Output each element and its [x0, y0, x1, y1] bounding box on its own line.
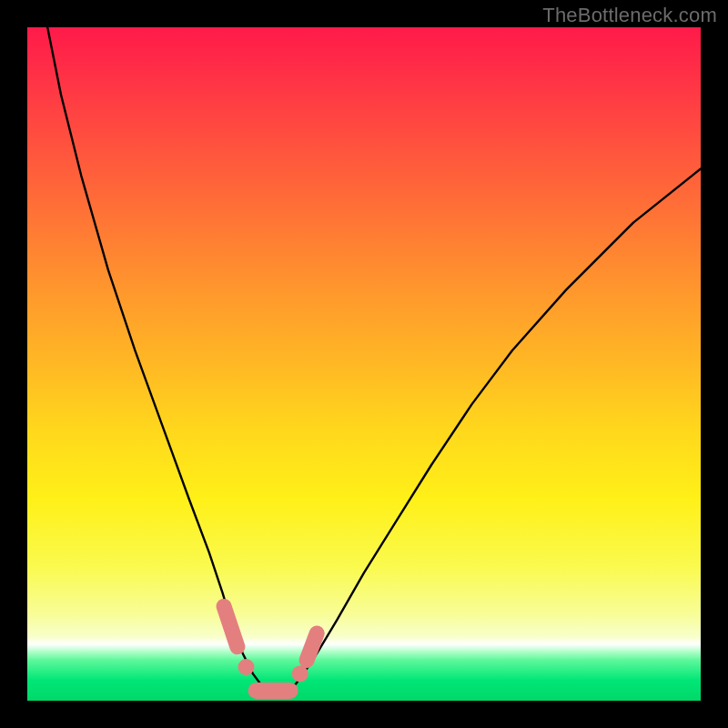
plot-area — [27, 27, 701, 701]
curve-marker — [292, 665, 308, 682]
curve-marker — [238, 659, 255, 675]
chart-frame: TheBottleneck.com — [0, 0, 728, 728]
watermark-text: TheBottleneck.com — [542, 4, 717, 27]
chart-overlay — [27, 27, 701, 701]
bottleneck-curve — [47, 27, 701, 694]
curve-marker-segment — [307, 633, 317, 661]
curve-marker-segment — [224, 606, 238, 646]
marker-layer — [224, 606, 317, 691]
